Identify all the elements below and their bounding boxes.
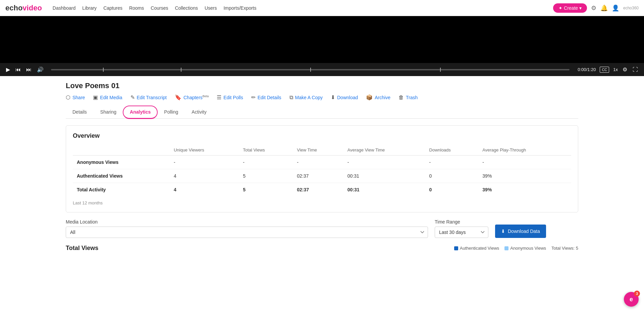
- download-data-label: Download Data: [508, 229, 540, 234]
- cc-button[interactable]: CC: [600, 67, 609, 73]
- edit-media-icon: ▣: [93, 94, 98, 101]
- overview-title: Overview: [73, 132, 571, 139]
- nav-imports-exports[interactable]: Imports/Exports: [223, 5, 256, 11]
- time-range-select[interactable]: Last 30 days Last 7 days Last 3 months L…: [435, 227, 488, 238]
- edit-transcript-label: Edit Transcript: [137, 95, 167, 100]
- brand-video-text: video: [22, 4, 42, 12]
- legend-authenticated-label: Authenticated Views: [460, 246, 499, 251]
- video-title: Love Poems 01: [66, 81, 578, 90]
- col-avg-view-time: Average View Time: [343, 145, 425, 155]
- table-row: Anonymous Views------: [73, 155, 571, 169]
- download-icon: ⬇: [331, 94, 335, 101]
- archive-action[interactable]: 📦 Archive: [366, 94, 390, 101]
- legend-authenticated-dot: [454, 246, 458, 250]
- tab-details[interactable]: Details: [66, 106, 94, 119]
- fullscreen-button[interactable]: ⛶: [632, 66, 639, 73]
- nav-dashboard[interactable]: Dashboard: [53, 5, 76, 11]
- table-cell-1-0: Authenticated Views: [73, 169, 170, 183]
- nav-captures[interactable]: Captures: [103, 5, 122, 11]
- settings-icon[interactable]: ⚙: [591, 4, 596, 12]
- action-bar: ⬡ Share ▣ Edit Media ✎ Edit Transcript 🔖…: [66, 94, 578, 101]
- tab-sharing[interactable]: Sharing: [94, 106, 123, 119]
- nav-rooms[interactable]: Rooms: [129, 5, 144, 11]
- trash-action[interactable]: 🗑 Trash: [398, 95, 418, 101]
- table-note: Last 12 months: [73, 200, 571, 205]
- table-row: Total Activity4502:3700:31039%: [73, 183, 571, 197]
- edit-details-icon: ✏: [251, 94, 256, 101]
- legend-total: Total Views: 5: [551, 246, 578, 251]
- user-icon[interactable]: 👤: [612, 4, 619, 12]
- legend-total-label: Total Views: 5: [551, 246, 578, 251]
- media-location-select[interactable]: All: [66, 227, 428, 238]
- edit-details-label: Edit Details: [258, 95, 281, 100]
- download-data-icon: ⬇: [501, 229, 505, 234]
- media-location-filter: Media Location All: [66, 219, 428, 238]
- nav-users[interactable]: Users: [205, 5, 217, 11]
- progress-tick-2: [181, 68, 181, 72]
- edit-polls-label: Edit Polls: [223, 95, 243, 100]
- create-button[interactable]: ✦ Create ▾: [553, 3, 587, 13]
- nav-collections[interactable]: Collections: [175, 5, 198, 11]
- download-action[interactable]: ⬇ Download: [331, 94, 358, 101]
- table-cell-2-3: 02:37: [293, 183, 343, 197]
- tabs: Details Sharing Analytics Polling Activi…: [66, 106, 578, 119]
- play-button[interactable]: ▶: [5, 66, 11, 73]
- tab-analytics[interactable]: Analytics: [123, 106, 157, 119]
- archive-icon: 📦: [366, 94, 373, 101]
- tab-activity[interactable]: Activity: [185, 106, 213, 119]
- col-label: [73, 145, 170, 155]
- make-copy-icon: ⧉: [289, 95, 293, 101]
- col-total-views: Total Views: [239, 145, 293, 155]
- legend-authenticated: Authenticated Views: [454, 246, 499, 251]
- table-row: Authenticated Views4502:3700:31039%: [73, 169, 571, 183]
- progress-tick-1: [103, 68, 104, 72]
- video-controls: ▶ ⏮ ⏭ 🔊 0:00/1:20 CC 1x ⚙ ⛶: [0, 63, 644, 76]
- chapters-label: ChaptersBeta: [183, 95, 209, 100]
- fast-forward-button[interactable]: ⏭: [25, 66, 32, 73]
- settings-video-button[interactable]: ⚙: [622, 66, 628, 73]
- notifications-icon[interactable]: 🔔: [600, 4, 608, 12]
- table-cell-0-6: -: [478, 155, 571, 169]
- table-cell-2-6: 39%: [478, 183, 571, 197]
- analytics-table: Unique Viewers Total Views View Time Ave…: [73, 145, 571, 196]
- rewind-button[interactable]: ⏮: [15, 66, 21, 73]
- table-cell-1-2: 5: [239, 169, 293, 183]
- edit-transcript-icon: ✎: [130, 94, 135, 101]
- table-cell-2-0: Total Activity: [73, 183, 170, 197]
- progress-bar[interactable]: [51, 69, 570, 70]
- make-copy-action[interactable]: ⧉ Make A Copy: [289, 95, 323, 101]
- download-data-button[interactable]: ⬇ Download Data: [495, 225, 546, 238]
- edit-polls-action[interactable]: ☰ Edit Polls: [217, 94, 243, 101]
- tab-polling[interactable]: Polling: [157, 106, 185, 119]
- edit-details-action[interactable]: ✏ Edit Details: [251, 94, 281, 101]
- time-range-label: Time Range: [435, 219, 488, 225]
- trash-label: Trash: [406, 95, 418, 100]
- table-cell-2-1: 4: [170, 183, 239, 197]
- share-action[interactable]: ⬡ Share: [66, 94, 85, 101]
- progress-tick-4: [440, 68, 441, 72]
- brand-logo[interactable]: echovideo: [5, 4, 42, 12]
- media-location-label: Media Location: [66, 219, 428, 225]
- video-player[interactable]: [0, 16, 644, 63]
- table-cell-0-5: -: [425, 155, 479, 169]
- nav-library[interactable]: Library: [82, 5, 97, 11]
- overview-section: Overview Unique Viewers Total Views View…: [66, 125, 578, 212]
- chapters-icon: 🔖: [175, 94, 181, 101]
- volume-button[interactable]: 🔊: [36, 66, 44, 73]
- table-cell-1-4: 00:31: [343, 169, 425, 183]
- right-controls: CC 1x ⚙ ⛶: [600, 66, 639, 73]
- legend-anonymous-dot: [504, 246, 508, 250]
- download-label: Download: [337, 95, 358, 100]
- nav-courses[interactable]: Courses: [151, 5, 168, 11]
- table-cell-1-5: 0: [425, 169, 479, 183]
- table-cell-0-4: -: [343, 155, 425, 169]
- table-cell-0-1: -: [170, 155, 239, 169]
- chapters-action[interactable]: 🔖 ChaptersBeta: [175, 94, 209, 101]
- edit-transcript-action[interactable]: ✎ Edit Transcript: [130, 94, 167, 101]
- edit-media-action[interactable]: ▣ Edit Media: [93, 94, 122, 101]
- filters-row: Media Location All Time Range Last 30 da…: [66, 219, 578, 238]
- col-downloads: Downloads: [425, 145, 479, 155]
- brand-echo-text: echo: [5, 4, 22, 12]
- col-unique-viewers: Unique Viewers: [170, 145, 239, 155]
- speed-button[interactable]: 1x: [613, 67, 618, 72]
